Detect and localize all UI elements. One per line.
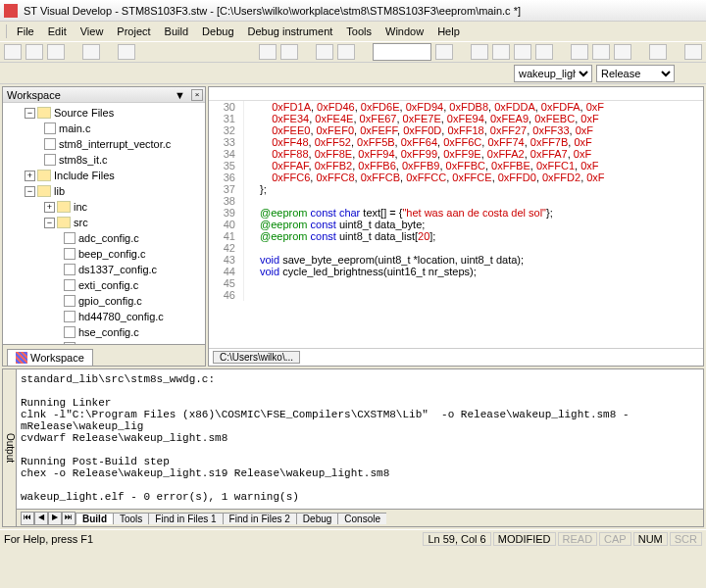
titlebar: ST Visual Develop - STM8S103F3.stw - [C:… <box>0 0 706 22</box>
tree-inc[interactable]: +inc <box>5 199 203 215</box>
status-modified: MODIFIED <box>493 532 556 546</box>
output-side-label: Output <box>3 369 17 526</box>
tree-file[interactable]: ds1337_config.c <box>5 262 203 277</box>
copy-icon[interactable] <box>337 44 355 60</box>
tree-main-c[interactable]: main.c <box>5 121 203 136</box>
tree-lib[interactable]: −lib <box>5 183 203 199</box>
menu-file[interactable]: File <box>11 24 40 39</box>
code-editor[interactable]: 30 0xFD1A, 0xFD46, 0xFD6E, 0xFD94, 0xFDB… <box>209 101 703 348</box>
menu-view[interactable]: View <box>75 24 110 39</box>
tab-console[interactable]: Console <box>337 513 386 524</box>
find-combo[interactable] <box>373 43 431 61</box>
tree-include-files[interactable]: +Include Files <box>5 168 203 183</box>
status-cap: CAP <box>599 532 631 546</box>
status-num: NUM <box>633 532 668 546</box>
menubar: File Edit View Project Build Debug Debug… <box>0 22 706 41</box>
tree-itc[interactable]: stm8s_it.c <box>5 152 203 168</box>
editor-file-tab[interactable]: C:\Users\wilko\... <box>213 351 300 364</box>
output-tabs: ⏮ ◀ ▶ ⏭ Build Tools Find in Files 1 Find… <box>17 509 703 526</box>
menu-edit[interactable]: Edit <box>42 24 73 39</box>
bookmark-clear-icon[interactable] <box>535 44 553 60</box>
tab-last-icon[interactable]: ⏭ <box>62 512 76 525</box>
compile-icon[interactable] <box>614 44 631 60</box>
tab-debug[interactable]: Debug <box>296 513 337 524</box>
menu-build[interactable]: Build <box>159 24 194 39</box>
find-icon[interactable] <box>435 44 453 60</box>
menu-window[interactable]: Window <box>379 24 429 39</box>
folder-icon[interactable] <box>47 44 65 60</box>
tree-interrupt[interactable]: stm8_interrupt_vector.c <box>5 136 203 152</box>
save-icon[interactable] <box>82 44 100 60</box>
tree-file[interactable]: beep_config.c <box>5 246 203 262</box>
output-panel: Output standard_lib\src\stm8s_wwdg.c: Ru… <box>2 368 704 527</box>
app-icon <box>4 4 18 18</box>
bookmark-next-icon[interactable] <box>514 44 531 60</box>
tab-prev-icon[interactable]: ◀ <box>34 512 48 525</box>
tab-find1[interactable]: Find in Files 1 <box>148 513 222 524</box>
open-icon[interactable] <box>25 44 43 60</box>
menu-tools[interactable]: Tools <box>340 24 378 39</box>
tree-file[interactable]: gpio_config.c <box>5 293 203 309</box>
print-icon[interactable] <box>118 44 135 60</box>
status-help: For Help, press F1 <box>4 533 93 545</box>
file-tree[interactable]: −Source Files main.c stm8_interrupt_vect… <box>3 103 205 344</box>
menu-project[interactable]: Project <box>111 24 156 39</box>
cut-icon[interactable] <box>316 44 333 60</box>
undo-icon[interactable] <box>259 44 277 60</box>
close-icon[interactable]: × <box>191 89 203 101</box>
tab-next-icon[interactable]: ▶ <box>48 512 62 525</box>
settings-icon[interactable] <box>649 44 667 60</box>
status-pos: Ln 59, Col 6 <box>423 532 490 546</box>
bookmark-prev-icon[interactable] <box>492 44 510 60</box>
tree-source-files[interactable]: −Source Files <box>5 105 203 121</box>
tree-file[interactable]: hse_config.c <box>5 324 203 340</box>
toolbar-1 <box>0 41 706 63</box>
tree-src[interactable]: −src <box>5 215 203 230</box>
menu-debug[interactable]: Debug <box>196 24 239 39</box>
rebuild-icon[interactable] <box>592 44 610 60</box>
toolbar-2: wakeup_light Release <box>0 63 706 84</box>
workspace-tab-icon <box>16 352 27 364</box>
config-select[interactable]: Release <box>596 65 675 82</box>
tree-file[interactable]: exti_config.c <box>5 277 203 293</box>
bookmark-icon[interactable] <box>471 44 488 60</box>
workspace-tab[interactable]: Workspace <box>7 349 93 366</box>
menu-help[interactable]: Help <box>431 24 466 39</box>
target-select[interactable]: wakeup_light <box>514 65 592 82</box>
build-icon[interactable] <box>571 44 588 60</box>
tab-find2[interactable]: Find in Files 2 <box>223 513 296 524</box>
tree-file[interactable]: adc_config.c <box>5 230 203 246</box>
tab-first-icon[interactable]: ⏮ <box>21 512 34 525</box>
window-title: ST Visual Develop - STM8S103F3.stw - [C:… <box>24 5 521 17</box>
workspace-title: Workspace <box>7 89 61 101</box>
redo-icon[interactable] <box>280 44 298 60</box>
shell-icon[interactable] <box>684 44 702 60</box>
tree-file[interactable]: hd44780_config.c <box>5 309 203 324</box>
statusbar: For Help, press F1 Ln 59, Col 6 MODIFIED… <box>0 529 706 547</box>
new-icon[interactable] <box>4 44 22 60</box>
workspace-header: Workspace ▼ × <box>3 87 205 103</box>
menu-debug-instrument[interactable]: Debug instrument <box>242 24 339 39</box>
status-scr: SCR <box>670 532 702 546</box>
output-text[interactable]: standard_lib\src\stm8s_wwdg.c: Running L… <box>17 369 703 509</box>
workspace-panel: Workspace ▼ × −Source Files main.c stm8_… <box>2 86 206 367</box>
status-read: READ <box>558 532 598 546</box>
tab-build[interactable]: Build <box>76 513 113 524</box>
editor-panel: 30 0xFD1A, 0xFD46, 0xFD6E, 0xFD94, 0xFDB… <box>208 86 704 367</box>
tab-tools[interactable]: Tools <box>113 513 148 524</box>
